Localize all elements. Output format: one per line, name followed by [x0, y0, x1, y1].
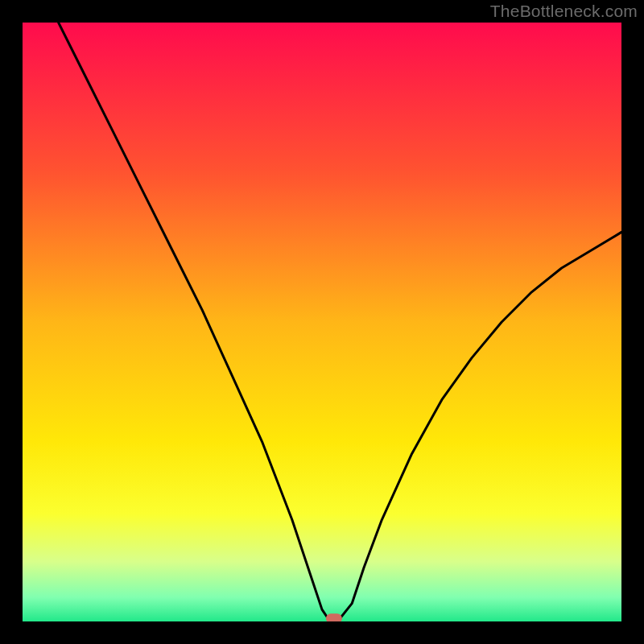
optimal-marker — [326, 613, 342, 621]
watermark-text: TheBottleneck.com — [490, 2, 638, 21]
chart-svg — [23, 23, 621, 621]
plot-area — [23, 23, 621, 621]
gradient-background — [23, 23, 621, 621]
chart-frame: TheBottleneck.com — [0, 0, 644, 644]
